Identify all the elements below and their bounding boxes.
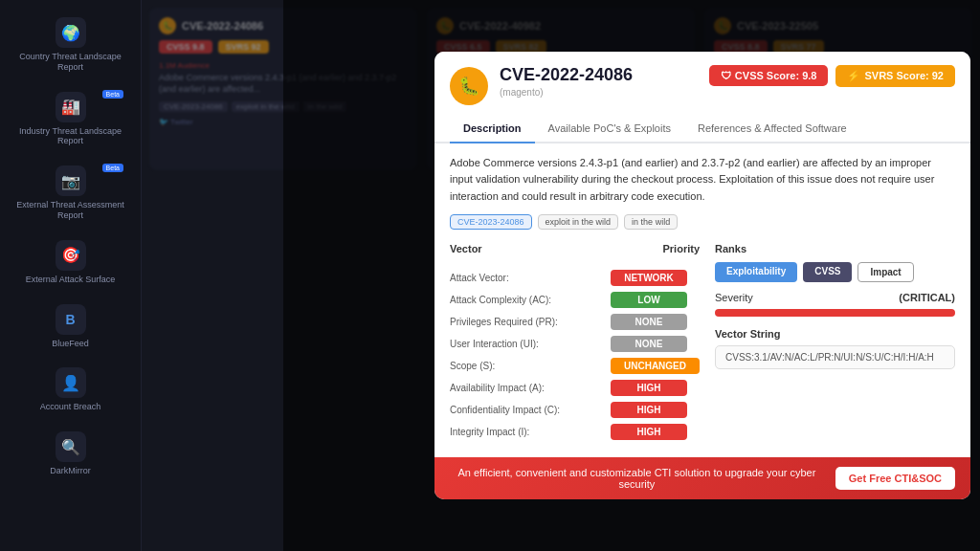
vector-label: User Interaction (UI): [450, 339, 603, 349]
twitter-link[interactable]: 🐦 Twitter [159, 118, 193, 126]
tab-references[interactable]: References & Affected Software [684, 115, 860, 143]
vector-row-integrity: Integrity Impact (I): HIGH [450, 424, 700, 440]
cvss-icon: 🛡 [721, 70, 731, 81]
sidebar-item-label: BlueFeed [52, 339, 89, 349]
cve-tag[interactable]: CVE-2023-24086 [450, 214, 532, 230]
external-threat-icon: 📷 [56, 165, 86, 196]
bluefeed-icon: B [56, 304, 86, 335]
vector-value: UNCHANGED [611, 358, 700, 374]
vector-title: Vector [450, 243, 482, 254]
priority-title: Priority [662, 243, 700, 254]
vector-label: Privileges Required (PR): [450, 317, 603, 327]
cvss-score-badge: 🛡 CVSS Score: 9.8 [709, 65, 829, 86]
rank-exploitability[interactable]: Exploitability [715, 262, 797, 282]
severity-label: Severity [715, 292, 753, 303]
modal-title-block: CVE-2022-24086 (magento) [500, 65, 698, 98]
severity-row: Severity (CRITICAL) [715, 292, 955, 303]
cta-button[interactable]: Get Free CTI&SOC [835, 467, 955, 490]
modal-scores: 🛡 CVSS Score: 9.8 ⚡ SVRS Score: 92 [709, 65, 955, 87]
modal-subtitle: (magento) [500, 87, 698, 98]
modal-title: CVE-2022-24086 [500, 65, 698, 85]
sidebar-item-label: External Attack Surface [26, 275, 116, 285]
vector-value: HIGH [611, 424, 687, 440]
vector-label: Attack Vector: [450, 273, 603, 283]
sidebar-item-account-breach[interactable]: 👤 Account Breach [0, 358, 141, 422]
beta-badge: Beta [102, 90, 123, 99]
rank-impact[interactable]: Impact [858, 262, 913, 282]
wild-tag[interactable]: in the wild [624, 214, 678, 230]
card-title: CVE-2022-24086 [182, 20, 263, 32]
vector-value: NETWORK [611, 270, 687, 286]
modal-header: 🐛 CVE-2022-24086 (magento) 🛡 CVSS Score:… [434, 52, 970, 105]
sidebar-item-label: Country Threat Landscape Report [8, 52, 133, 73]
vector-row-privileges: Privileges Required (PR): NONE [450, 314, 700, 330]
vector-value: LOW [611, 292, 687, 308]
svrs-score: SVRS 92 [218, 40, 269, 54]
ranks-title: Ranks [715, 243, 746, 254]
sidebar-item-external-threat[interactable]: 📷 Beta External Threat Assessment Report [0, 156, 141, 231]
vector-value: NONE [611, 314, 687, 330]
card-icon: 🐛 [159, 17, 176, 34]
vector-right: Ranks Exploitability CVSS Impact Severit… [715, 243, 955, 446]
tag-row: CVE-2023-24086 exploit in the wild in th… [450, 214, 955, 230]
vector-label: Confidentiality Impact (C): [450, 405, 603, 415]
sidebar-item-label: External Threat Assessment Report [8, 200, 133, 221]
sidebar-item-country-threat[interactable]: 🌍 Country Threat Landscape Report [0, 8, 141, 82]
sidebar-item-external-attack[interactable]: 🎯 External Attack Surface [0, 231, 141, 295]
vector-label: Availability Impact (A): [450, 383, 603, 393]
vector-row-confidentiality: Confidentiality Impact (C): HIGH [450, 402, 700, 418]
modal-cve-icon: 🐛 [450, 67, 488, 105]
cve-modal: 🐛 CVE-2022-24086 (magento) 🛡 CVSS Score:… [434, 52, 970, 500]
modal-tabs: Description Available PoC's & Exploits R… [434, 115, 970, 143]
darkmirror-icon: 🔍 [56, 431, 86, 462]
industry-threat-icon: 🏭 [56, 92, 86, 122]
sidebar-item-industry-threat[interactable]: 🏭 Beta Industry Threat Landscape Report [0, 82, 141, 157]
vector-row-attack-complexity: Attack Complexity (AC): LOW [450, 292, 700, 308]
vector-row-attack-vector: Attack Vector: NETWORK [450, 270, 700, 286]
modal-body: Adobe Commerce versions 2.4.3-p1 (and ea… [434, 143, 970, 458]
vector-string-label: Vector String [715, 328, 955, 340]
sidebar-item-darkmirror[interactable]: 🔍 DarkMirror [0, 422, 141, 486]
svrs-icon: ⚡ [847, 70, 860, 82]
ranks-row: Exploitability CVSS Impact [715, 262, 955, 282]
vector-value: HIGH [611, 402, 687, 418]
main-content: 🐛 CVE-2022-24086 CVSS 9.8 SVRS 92 1.1M A… [142, 0, 980, 551]
severity-value: (CRITICAL) [899, 292, 955, 303]
vector-row-scope: Scope (S): UNCHANGED [450, 358, 700, 374]
cta-text: An efficient, convenient and customizabl… [450, 467, 824, 490]
sidebar-item-label: Industry Threat Landscape Report [8, 126, 133, 147]
cvss-score: CVSS 9.8 [159, 40, 212, 54]
svrs-score-badge: ⚡ SVRS Score: 92 [835, 65, 955, 87]
sidebar-item-label: DarkMirror [50, 466, 91, 476]
vector-label: Attack Complexity (AC): [450, 295, 603, 305]
sidebar-item-label: Account Breach [40, 402, 101, 412]
exploit-tag[interactable]: exploit in the wild [538, 214, 619, 230]
sidebar-item-bluefeed[interactable]: B BlueFeed [0, 295, 141, 359]
beta-badge: Beta [102, 164, 123, 172]
severity-bar [715, 309, 955, 317]
card-tag: CVE-2023-24086 [159, 101, 228, 112]
vector-label: Scope (S): [450, 361, 603, 371]
cta-bar: An efficient, convenient and customizabl… [434, 457, 970, 499]
external-attack-icon: 🎯 [56, 240, 86, 271]
vector-value: HIGH [611, 380, 687, 396]
vector-row-availability: Availability Impact (A): HIGH [450, 380, 700, 396]
account-breach-icon: 👤 [56, 367, 86, 398]
rank-cvss[interactable]: CVSS [803, 262, 852, 282]
description-text: Adobe Commerce versions 2.4.3-p1 (and ea… [450, 155, 955, 206]
vector-row-user-interaction: User Interaction (UI): NONE [450, 336, 700, 352]
vector-label: Integrity Impact (I): [450, 427, 603, 437]
tab-description[interactable]: Description [450, 115, 535, 143]
tab-poc[interactable]: Available PoC's & Exploits [535, 115, 684, 143]
vector-string-box: CVSS:3.1/AV:N/AC:L/PR:N/UI:N/S:U/C:H/I:H… [715, 345, 955, 369]
country-threat-icon: 🌍 [56, 17, 86, 48]
vector-left: Vector Priority Attack Vector: NETWORK A… [450, 243, 700, 446]
modal-overlay[interactable]: 🐛 CVE-2022-24086 (magento) 🛡 CVSS Score:… [283, 0, 980, 551]
vector-value: NONE [611, 336, 687, 352]
sidebar: 🌍 Country Threat Landscape Report 🏭 Beta… [0, 0, 142, 551]
vector-section: Vector Priority Attack Vector: NETWORK A… [450, 243, 955, 446]
